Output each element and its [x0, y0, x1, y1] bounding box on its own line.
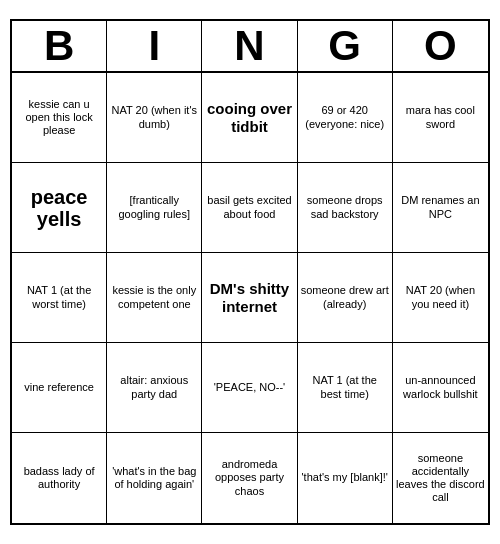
bingo-cell: un-announced warlock bullshit — [393, 343, 488, 433]
bingo-cell: vine reference — [12, 343, 107, 433]
bingo-cell: NAT 1 (at the worst time) — [12, 253, 107, 343]
bingo-cell: peace yells — [12, 163, 107, 253]
bingo-cell: DM's shitty internet — [202, 253, 297, 343]
bingo-cell: kessie is the only competent one — [107, 253, 202, 343]
bingo-cell: someone drew art (already) — [298, 253, 393, 343]
bingo-cell: altair: anxious party dad — [107, 343, 202, 433]
header-letter: G — [298, 21, 393, 71]
bingo-grid: kessie can u open this lock pleaseNAT 20… — [12, 73, 488, 523]
bingo-cell: mara has cool sword — [393, 73, 488, 163]
bingo-cell: NAT 20 (when it's dumb) — [107, 73, 202, 163]
bingo-cell: someone drops sad backstory — [298, 163, 393, 253]
bingo-cell: 'that's my [blank]!' — [298, 433, 393, 523]
bingo-cell: badass lady of authority — [12, 433, 107, 523]
bingo-cell: NAT 1 (at the best time) — [298, 343, 393, 433]
bingo-cell: NAT 20 (when you need it) — [393, 253, 488, 343]
header-letter: O — [393, 21, 488, 71]
bingo-card: BINGO kessie can u open this lock please… — [10, 19, 490, 525]
bingo-cell: basil gets excited about food — [202, 163, 297, 253]
bingo-cell: [frantically googling rules] — [107, 163, 202, 253]
header-letter: I — [107, 21, 202, 71]
bingo-cell: 'what's in the bag of holding again' — [107, 433, 202, 523]
bingo-cell: 'PEACE, NO--' — [202, 343, 297, 433]
bingo-cell: andromeda opposes party chaos — [202, 433, 297, 523]
header-letter: B — [12, 21, 107, 71]
header-letter: N — [202, 21, 297, 71]
bingo-header: BINGO — [12, 21, 488, 73]
bingo-cell: cooing over tidbit — [202, 73, 297, 163]
bingo-cell: 69 or 420 (everyone: nice) — [298, 73, 393, 163]
bingo-cell: someone accidentally leaves the discord … — [393, 433, 488, 523]
bingo-cell: kessie can u open this lock please — [12, 73, 107, 163]
bingo-cell: DM renames an NPC — [393, 163, 488, 253]
